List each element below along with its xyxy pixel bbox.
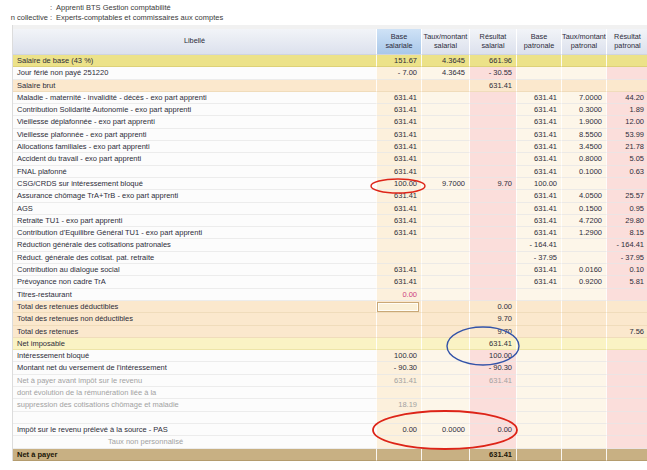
cell-res_sal: - 30.55 bbox=[469, 67, 516, 79]
cell-taux_sal bbox=[421, 350, 469, 362]
column-header-libelle[interactable]: Libellé bbox=[13, 29, 376, 55]
table-row[interactable]: Total des retenues déductibles0.00 bbox=[13, 301, 647, 313]
cell-taux_sal bbox=[421, 104, 469, 116]
cell-res_sal bbox=[469, 116, 516, 128]
cell-base_sal bbox=[376, 80, 421, 92]
cell-base_pat bbox=[516, 350, 561, 362]
table-row[interactable]: Accident du travail - exo part apprenti6… bbox=[13, 153, 647, 165]
column-header-base_sal[interactable]: Basesalariale bbox=[376, 29, 421, 55]
cell-res_pat bbox=[606, 67, 647, 79]
cell-taux_sal bbox=[421, 129, 469, 141]
table-row[interactable]: Titres-restaurant0.00 bbox=[13, 289, 647, 301]
table-row[interactable]: Vieillesse déplafonnée - exo part appren… bbox=[13, 116, 647, 128]
table-row[interactable]: Total des retenues9.707.56 bbox=[13, 326, 647, 338]
cell-base_sal: 631.41 bbox=[376, 215, 421, 227]
cell-libelle: Montant net du versement de l'intéressem… bbox=[13, 362, 376, 374]
table-row[interactable] bbox=[13, 412, 647, 424]
column-header-res_sal[interactable]: Résultatsalarial bbox=[469, 29, 516, 55]
table-row[interactable]: Contribution au dialogue social631.41631… bbox=[13, 264, 647, 276]
table-row[interactable]: suppression des cotisations chômage et m… bbox=[13, 399, 647, 411]
cell-libelle: Assurance chômage TrA+TrB - exo part app… bbox=[13, 190, 376, 202]
cell-base_pat: 631.41 bbox=[516, 166, 561, 178]
cell-taux_pat: 8.5500 bbox=[561, 129, 606, 141]
column-header-taux_sal[interactable]: Taux/montantsalarial bbox=[421, 29, 469, 55]
column-header-taux_pat[interactable]: Taux/montantpatronal bbox=[561, 29, 606, 55]
cell-libelle: Net à payer bbox=[13, 449, 376, 461]
table-row[interactable]: CSG/CRDS sur intéressement bloqué100.009… bbox=[13, 178, 647, 190]
cell-base_pat: 631.41 bbox=[516, 116, 561, 128]
table-row[interactable]: Vieillesse plafonnée - exo part apprenti… bbox=[13, 129, 647, 141]
cell-base_pat bbox=[516, 326, 561, 338]
cell-taux_sal bbox=[421, 203, 469, 215]
table-row[interactable]: Net à payer avant impôt sur le revenu631… bbox=[13, 375, 647, 387]
cell-base_sal bbox=[376, 412, 421, 424]
table-row[interactable]: Net imposable631.41 bbox=[13, 338, 647, 350]
cell-res_pat: 0.95 bbox=[606, 203, 647, 215]
table-row[interactable]: Total des retenues non déductibles9.70 bbox=[13, 313, 647, 325]
table-row[interactable]: Salaire brut631.41 bbox=[13, 80, 647, 92]
cell-base_sal: 631.41 bbox=[376, 264, 421, 276]
table-row[interactable]: Jour férié non payé 251220- 7.004.3645- … bbox=[13, 67, 647, 79]
table-row[interactable]: Contribution Solidarité Autonomie - exo … bbox=[13, 104, 647, 116]
cell-libelle: Total des retenues déductibles bbox=[13, 301, 376, 313]
table-row[interactable]: Contribution d'Equilibre Général TU1 - e… bbox=[13, 227, 647, 239]
cell-base_pat: 631.41 bbox=[516, 264, 561, 276]
cell-res_sal bbox=[469, 203, 516, 215]
cell-libelle: Maladie - maternité - invalidité - décès… bbox=[13, 92, 376, 104]
table-row[interactable]: Salaire de base (43 %)151.674.3645661.96 bbox=[13, 55, 647, 67]
table-row[interactable]: Allocations familiales - exo part appren… bbox=[13, 141, 647, 153]
cell-taux_sal bbox=[421, 227, 469, 239]
cell-taux_sal bbox=[421, 375, 469, 387]
cell-base_pat bbox=[516, 301, 561, 313]
cell-base_pat bbox=[516, 412, 561, 424]
cell-libelle: Réduction générale des cotisations patro… bbox=[13, 239, 376, 251]
cell-res_pat bbox=[606, 412, 647, 424]
cell-base_pat: 631.41 bbox=[516, 92, 561, 104]
cell-base_sal bbox=[376, 301, 421, 313]
table-row[interactable]: Réduction générale des cotisations patro… bbox=[13, 239, 647, 251]
table-row[interactable]: Maladie - maternité - invalidité - décès… bbox=[13, 92, 647, 104]
cell-res_sal bbox=[469, 387, 516, 399]
table-row[interactable]: Net à payer631.41 bbox=[13, 449, 647, 461]
cell-res_sal bbox=[469, 92, 516, 104]
cell-res_pat: 1.89 bbox=[606, 104, 647, 116]
editable-cell-box[interactable] bbox=[377, 302, 419, 312]
table-row[interactable]: Assurance chômage TrA+TrB - exo part app… bbox=[13, 190, 647, 202]
cell-res_pat: 12.00 bbox=[606, 116, 647, 128]
table-row[interactable]: Retraite TU1 - exo part apprenti631.4163… bbox=[13, 215, 647, 227]
table-row[interactable]: Intéressement bloqué100.00100.00 bbox=[13, 350, 647, 362]
cell-base_sal: 631.41 bbox=[376, 375, 421, 387]
table-row[interactable]: FNAL plafonné631.41631.410.10000.63 bbox=[13, 166, 647, 178]
cell-base_sal: 151.67 bbox=[376, 55, 421, 67]
table-row[interactable]: Prévoyance non cadre TrA631.41631.410.92… bbox=[13, 276, 647, 288]
cell-res_sal bbox=[469, 412, 516, 424]
cell-res_pat bbox=[606, 338, 647, 350]
table-row[interactable]: Réduct. générale des cotisat. pat. retra… bbox=[13, 252, 647, 264]
cell-taux_sal: 9.7000 bbox=[421, 178, 469, 190]
table-row[interactable]: AGS631.41631.410.15000.95 bbox=[13, 203, 647, 215]
cell-base_sal: - 7.00 bbox=[376, 67, 421, 79]
cell-res_pat bbox=[606, 350, 647, 362]
cell-res_sal bbox=[469, 129, 516, 141]
cell-taux_sal bbox=[421, 362, 469, 374]
cell-libelle: Intéressement bloqué bbox=[13, 350, 376, 362]
cell-taux_pat: 1.9000 bbox=[561, 116, 606, 128]
cell-taux_pat bbox=[561, 326, 606, 338]
cell-res_sal bbox=[469, 190, 516, 202]
cell-taux_pat bbox=[561, 289, 606, 301]
column-header-res_pat[interactable]: Résultatpatronal bbox=[606, 29, 647, 55]
table-row[interactable]: Taux non personnalisé bbox=[13, 436, 647, 448]
cell-taux_sal bbox=[421, 153, 469, 165]
collective-agreement-label: n collective : bbox=[0, 13, 52, 23]
table-row[interactable]: dont évolution de la rémunération liée à… bbox=[13, 387, 647, 399]
table-row[interactable]: Impôt sur le revenu prélevé à la source … bbox=[13, 424, 647, 436]
cell-base_pat: - 37.95 bbox=[516, 252, 561, 264]
cell-base_sal: 631.41 bbox=[376, 116, 421, 128]
cell-res_sal: 631.41 bbox=[469, 80, 516, 92]
table-row[interactable]: Montant net du versement de l'intéressem… bbox=[13, 362, 647, 374]
column-header-base_pat[interactable]: Basepatronale bbox=[516, 29, 561, 55]
cell-base_sal: 631.41 bbox=[376, 190, 421, 202]
cell-res_sal bbox=[469, 141, 516, 153]
cell-libelle bbox=[13, 412, 376, 424]
cell-res_sal bbox=[469, 153, 516, 165]
